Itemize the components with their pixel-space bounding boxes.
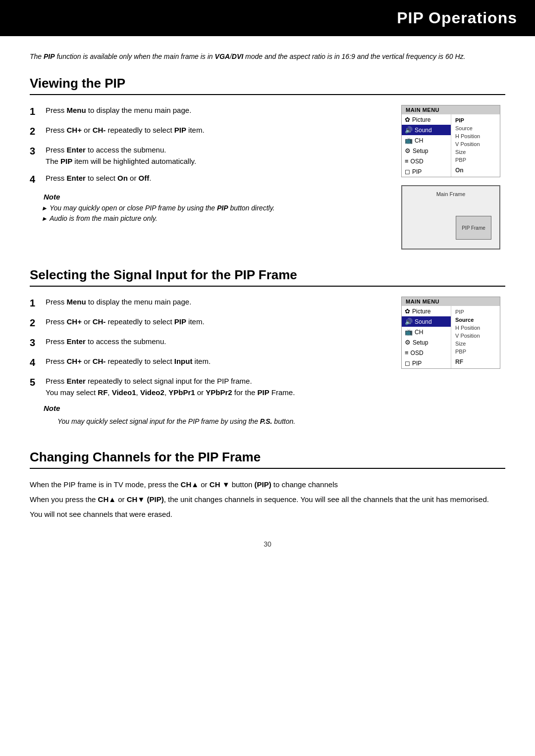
menu-item-osd-1: ≡ OSD (402, 156, 451, 166)
page-title-bar: PIP Operations (0, 0, 535, 36)
menu-item-ch-2: 📺 CH (402, 327, 451, 337)
section-signal-input: Selecting the Signal Input for the PIP F… (30, 267, 505, 432)
menu-item-setup-1: ⚙ Setup (402, 146, 451, 156)
main-frame-label: Main Frame (436, 191, 466, 197)
source-label-1: Source (455, 124, 496, 132)
hposition-label-2: H Position (455, 324, 496, 332)
intro-text: The PIP function is available only when … (30, 51, 505, 62)
note-item-1: You may quickly open or close PIP frame … (44, 203, 386, 213)
note-block-1: Note You may quickly open or close PIP f… (44, 193, 386, 224)
osd-icon-2: ≡ (405, 349, 409, 356)
page: PIP Operations The PIP function is avail… (0, 0, 535, 756)
menu-body-1: ✿ Picture 🔊 Sound 📺 CH (402, 114, 500, 177)
page-title: PIP Operations (397, 9, 517, 27)
step-2-4: 4 Press CH+ or CH- repeatedly to select … (30, 356, 386, 370)
hposition-label-1: H Position (455, 132, 496, 140)
section2-content: 1 Press Menu to display the menu main pa… (30, 297, 505, 432)
pbp-label-1: PBP (455, 156, 496, 164)
menu-body-2: ✿ Picture 🔊 Sound 📺 CH (402, 306, 500, 368)
source-label-2: Source (455, 316, 496, 324)
vposition-label-2: V Position (455, 332, 496, 340)
main-menu-header-1: MAIN MENU (402, 105, 500, 114)
step-2-3: 3 Press Enter to access the submenu. (30, 336, 386, 350)
sound-icon-2: 🔊 (405, 318, 413, 325)
note-text-2: You may quickly select signal input for … (57, 416, 386, 427)
step-1-3: 3 Press Enter to access the submenu.The … (30, 145, 386, 167)
value-label-2: RF (455, 357, 496, 366)
pbp-label-2: PBP (455, 348, 496, 355)
ch-icon-2: 📺 (405, 328, 413, 336)
section1-menu-col: MAIN MENU ✿ Picture 🔊 Sound (401, 105, 505, 250)
section2-steps: 1 Press Menu to display the menu main pa… (30, 297, 386, 432)
menu-item-setup-2: ⚙ Setup (402, 337, 451, 348)
menu-left-1: ✿ Picture 🔊 Sound 📺 CH (402, 114, 451, 177)
pip-frame-label: PIP Frame (462, 225, 485, 231)
ch-icon-1: 📺 (405, 137, 413, 144)
setup-icon-1: ⚙ (405, 147, 411, 154)
menu-right-1: PIP Source H Position V Position Size PB… (451, 114, 500, 177)
step-2-1: 1 Press Menu to display the menu main pa… (30, 297, 386, 310)
section3-title: Changing Channels for the PIP Frame (30, 450, 505, 469)
setup-icon-2: ⚙ (405, 339, 411, 346)
menu-left-2: ✿ Picture 🔊 Sound 📺 CH (402, 306, 451, 368)
section-viewing-pip: Viewing the PIP 1 Press Menu to display … (30, 76, 505, 250)
pip-illustration: Main Frame PIP Frame (401, 185, 500, 250)
note-item-2: Audio is from the main picture only. (44, 213, 386, 224)
pip-label-2: PIP (455, 308, 496, 316)
menu-item-picture-2: ✿ Picture (402, 306, 451, 316)
section2-menu-col: MAIN MENU ✿ Picture 🔊 Sound (401, 297, 505, 369)
menu-item-picture-1: ✿ Picture (402, 114, 451, 125)
value-label-1: On (455, 166, 496, 175)
menu-item-sound-1: 🔊 Sound (402, 125, 451, 135)
step-1-1: 1 Press Menu to display the menu main pa… (30, 105, 386, 119)
menu-item-sound-2: 🔊 Sound (402, 316, 451, 327)
picture-icon-1: ✿ (405, 116, 410, 123)
pip-icon-1: ◻ (405, 168, 410, 175)
size-label-1: Size (455, 148, 496, 156)
section3-para1: When the PIP frame is in TV mode, press … (30, 479, 505, 491)
section-changing-channels: Changing Channels for the PIP Frame When… (30, 450, 505, 520)
menu-item-ch-1: 📺 CH (402, 135, 451, 146)
section2-title: Selecting the Signal Input for the PIP F… (30, 267, 505, 287)
section3-para2: When you press the CH▲ or CH▼ (PIP), the… (30, 494, 505, 505)
main-menu-widget-1: MAIN MENU ✿ Picture 🔊 Sound (401, 105, 500, 177)
step-2-2: 2 Press CH+ or CH- repeatedly to select … (30, 316, 386, 330)
picture-icon-2: ✿ (405, 307, 410, 315)
page-number: 30 (30, 540, 505, 548)
pip-label-1: PIP (455, 116, 496, 124)
pip-icon-2: ◻ (405, 359, 410, 367)
vposition-label-1: V Position (455, 140, 496, 148)
step-1-4: 4 Press Enter to select On or Off. (30, 173, 386, 187)
menu-item-pip-1: ◻ PIP (402, 166, 451, 177)
sound-icon-1: 🔊 (405, 126, 413, 134)
note-block-2: Note You may quickly select signal input… (44, 404, 386, 427)
pip-small-frame: PIP Frame (456, 216, 491, 240)
section1-title: Viewing the PIP (30, 76, 505, 95)
step-2-5: 5 Press Enter repeatedly to select signa… (30, 376, 386, 398)
menu-right-2: PIP Source H Position V Position Size PB… (451, 306, 500, 368)
menu-item-osd-2: ≡ OSD (402, 348, 451, 358)
main-menu-header-2: MAIN MENU (402, 297, 500, 306)
section3-para3: You will not see channels that were eras… (30, 508, 505, 520)
osd-icon-1: ≡ (405, 157, 409, 165)
section1-content: 1 Press Menu to display the menu main pa… (30, 105, 505, 250)
size-label-2: Size (455, 340, 496, 348)
step-1-2: 2 Press CH+ or CH- repeatedly to select … (30, 125, 386, 139)
section1-steps: 1 Press Menu to display the menu main pa… (30, 105, 386, 229)
menu-item-pip-2: ◻ PIP (402, 358, 451, 368)
main-menu-widget-2: MAIN MENU ✿ Picture 🔊 Sound (401, 297, 500, 369)
